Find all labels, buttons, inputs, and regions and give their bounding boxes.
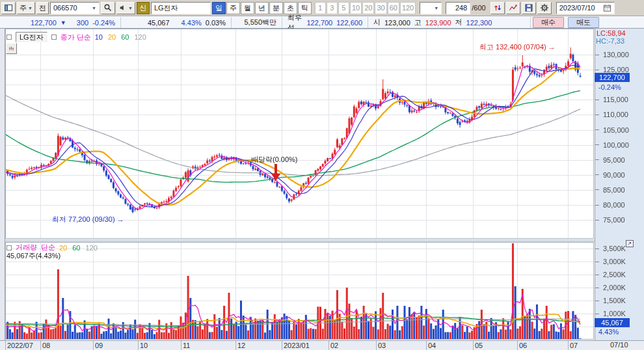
time-label-07: 07 xyxy=(570,342,578,349)
date-picker[interactable]: 2023/07/10 xyxy=(556,2,615,14)
highest-annotation: 최고 132,400 (07/04) → xyxy=(479,42,556,52)
settings-button[interactable] xyxy=(537,2,552,14)
volume-tick-label: 1,000K xyxy=(603,310,626,317)
arrow-right-icon: → xyxy=(117,215,124,223)
event-annotation: 배당락(0.00%) xyxy=(251,155,298,165)
stock-name-field[interactable]: LG전자 xyxy=(151,2,211,14)
price-tick-label: 105,000 xyxy=(603,126,629,134)
stock-unit-label: 주 xyxy=(20,3,27,13)
buy-button[interactable]: 매수 xyxy=(533,17,564,28)
tab-주[interactable]: 주 xyxy=(226,2,240,14)
current-price: 122,700 xyxy=(31,19,57,27)
price-tick-mark xyxy=(595,70,599,70)
chart-type-button[interactable] xyxy=(6,43,17,54)
time-label-06: 06 xyxy=(519,342,527,349)
stock-name: LG전자 xyxy=(154,3,178,13)
time-tick-mark xyxy=(517,341,518,350)
time-label-2023-01: 2023/01 xyxy=(284,342,310,349)
stock-unit-combo[interactable]: 주 ▼ xyxy=(17,2,35,14)
time-tick-mark xyxy=(426,341,427,350)
price-ma-120: 120 xyxy=(135,33,146,41)
price-tick-label: 90,000 xyxy=(603,171,625,179)
save-icon xyxy=(524,3,533,12)
time-label-03: 03 xyxy=(378,342,386,349)
candle-chart-icon xyxy=(8,44,14,53)
window-icon xyxy=(4,3,13,12)
open-label: 시 xyxy=(373,18,381,27)
low-value: 122,300 xyxy=(466,19,492,27)
tab-년[interactable]: 년 xyxy=(255,2,269,14)
price-tick-label: 110,000 xyxy=(603,111,628,118)
time-tick-mark xyxy=(329,341,329,350)
interval-5[interactable]: 5 xyxy=(338,2,349,14)
compare-button[interactable] xyxy=(490,2,505,14)
chevron-down-icon: ▼ xyxy=(128,6,133,10)
price-ma-60: 60 xyxy=(121,33,129,41)
search-button[interactable] xyxy=(101,2,115,14)
stock-code-combo[interactable]: 066570 ▼ xyxy=(50,2,100,14)
volume-current-text: 45,067주(4.43%) xyxy=(7,251,60,261)
time-label-08: 08 xyxy=(42,342,50,349)
price-change: 300 xyxy=(77,19,88,27)
price-chart-canvas[interactable] xyxy=(0,29,595,340)
speaker-icon xyxy=(119,3,127,12)
gear-icon xyxy=(540,3,549,12)
window-mode-button[interactable] xyxy=(1,2,16,14)
interval-1[interactable]: 1 xyxy=(315,2,326,14)
interval-30[interactable]: 30 xyxy=(375,2,386,14)
down-triangle-icon: ▼ xyxy=(60,20,66,26)
jun-button[interactable]: 전 xyxy=(36,2,49,14)
expand-button[interactable] xyxy=(626,240,634,247)
sound-button[interactable]: ▼ xyxy=(116,2,135,14)
chevron-down-icon: ▼ xyxy=(92,6,96,10)
symbol-name-box[interactable]: LG전자 xyxy=(16,32,47,42)
volume-ma-periods: 2060120 xyxy=(59,244,98,252)
save-button[interactable] xyxy=(522,2,536,14)
corner-date: 07/10 xyxy=(610,341,628,349)
volume-tick-mark xyxy=(595,301,599,301)
tab-분[interactable]: 분 xyxy=(269,2,283,14)
current-change-label: -0.24% xyxy=(598,83,621,91)
volume-tick-mark xyxy=(595,275,599,275)
arrow-right-icon: → xyxy=(548,43,556,51)
bar-count-field[interactable]: 248 xyxy=(446,2,470,14)
current-volume-box: 45,067 xyxy=(595,318,630,327)
price-tick-mark xyxy=(595,144,599,145)
price-tick-mark xyxy=(595,114,599,115)
interval-120[interactable]: 120 xyxy=(400,2,416,14)
high-value: 123,900 xyxy=(425,19,451,27)
volume-tick-mark xyxy=(595,249,599,249)
turnover-rate: 0.03% xyxy=(206,19,226,27)
price-tick-label: 95,000 xyxy=(603,156,625,164)
price-tick-mark xyxy=(595,174,599,175)
time-label-11: 11 xyxy=(183,342,190,349)
interval-combo[interactable]: ▼ xyxy=(420,2,442,14)
tab-일[interactable]: 일 xyxy=(212,2,226,14)
legend-marker xyxy=(7,34,12,40)
price-tick-label: 85,000 xyxy=(603,186,625,194)
interval-60[interactable]: 60 xyxy=(388,2,399,14)
volume-tick-label: 1,500K xyxy=(603,297,626,304)
interval-3[interactable]: 3 xyxy=(327,2,338,14)
interval-10[interactable]: 10 xyxy=(350,2,362,14)
price-tick-mark xyxy=(595,205,599,206)
info-bar: 122,700 ▼ 300 -0.24% 45,067 4.43% 0.03% … xyxy=(0,17,644,29)
time-tick-mark xyxy=(376,341,377,350)
volume-ma-60: 60 xyxy=(72,244,80,252)
lc-value: LC:58,94 xyxy=(597,29,626,37)
trendline-button[interactable] xyxy=(506,2,520,14)
time-label-10: 10 xyxy=(140,342,148,349)
lowest-annotation: 최저 77,200 (09/30) → xyxy=(52,215,124,224)
volume-rate: 4.43% xyxy=(181,19,202,27)
time-tick-mark xyxy=(93,341,94,350)
interval-20[interactable]: 20 xyxy=(362,2,374,14)
tab-월[interactable]: 월 xyxy=(241,2,254,14)
price-tick-mark xyxy=(595,129,599,130)
stock-code: 066570 xyxy=(53,4,77,12)
volume-ma-120: 120 xyxy=(86,244,98,252)
time-tick-mark xyxy=(235,341,236,350)
interval-buttons: 13510203060120 xyxy=(315,2,416,14)
sell-button[interactable]: 매도 xyxy=(568,17,599,28)
dividend-arrow-down-icon xyxy=(271,164,281,182)
time-label-09: 09 xyxy=(95,342,103,349)
